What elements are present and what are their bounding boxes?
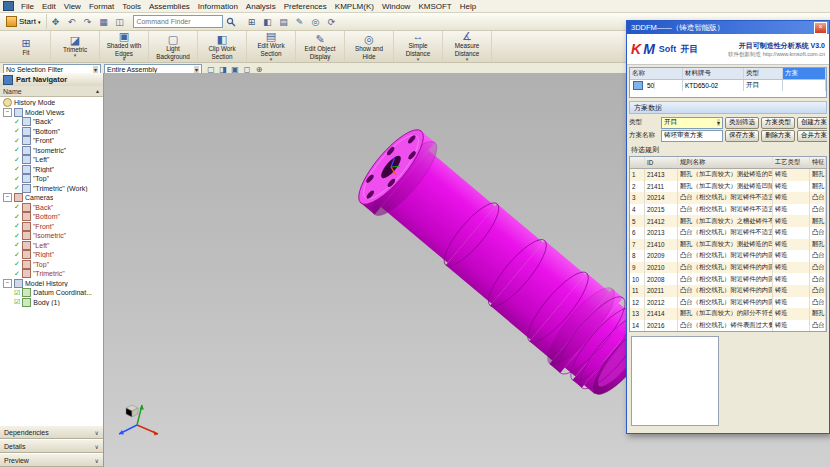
save-scheme-button[interactable]: 保存方案 [725,130,759,142]
rule-row[interactable]: 8 20209 凸台（相交线孔）附近铸件的内圆角过小 铸造 凸台 [630,250,826,262]
menu-item[interactable]: Window [378,2,414,11]
collapsed-panel-bar[interactable]: Dependencies ∨ [0,425,103,439]
close-icon[interactable]: × [814,22,827,34]
menu-item[interactable]: Format [85,2,118,11]
toolbar-button[interactable]: ↔ Simple Distance ▾ [394,31,443,62]
menu-item[interactable]: KMPLM(K) [331,2,378,11]
toolbar-button[interactable]: ⊞ Fit [2,31,51,62]
menu-item[interactable]: Analysis [242,2,280,11]
rule-row[interactable]: 12 20212 凸台（相交线孔）附近铸件的内圆角过小 铸造 凸台 [630,297,826,309]
toolbar-button[interactable]: ∡ Measure Distance ▾ [443,31,492,62]
wcs-triad[interactable] [119,405,158,436]
toolbar-button[interactable]: ✎ Edit Object Display [296,31,345,62]
rule-row[interactable]: 9 20210 凸台（相交线孔）附近铸件的内圆角过小 铸造 凸台 [630,262,826,274]
toolbar-icon[interactable]: ↶ [64,15,78,28]
col-rule-process[interactable]: 工艺类型 [773,157,810,168]
camera-item[interactable]: ✓ "Back" [0,203,103,213]
magenta-part[interactable] [348,120,664,407]
camera-item[interactable]: ✓ "Front" [0,222,103,232]
rule-row[interactable]: 14 20216 凸台（相交线孔）铸件表面过大要素 铸造 凸台 [630,320,826,332]
tree-column-header[interactable]: Name ▲ [0,86,103,97]
history-mode-node[interactable]: History Mode [0,98,103,108]
start-button[interactable]: Start ▾ [0,14,47,29]
menu-item[interactable]: Edit [38,2,60,11]
model-view-item[interactable]: ✓ "Back" [0,117,103,127]
merge-scheme-button[interactable]: 合并方案 [797,130,827,142]
search-icon[interactable] [224,15,237,28]
menu-item[interactable]: Information [194,2,242,11]
col-name[interactable]: 名称 [630,68,683,79]
col-scheme[interactable]: 方案 [783,68,826,79]
toolbar-button[interactable]: ◧ Clip Work Section [198,31,247,62]
collapsed-panel-bar[interactable]: Details ∨ [0,439,103,453]
kmsoft-panel-titlebar[interactable]: 3DDFM——（铸造智能版） × [627,21,829,34]
model-view-item[interactable]: ✓ "Trimetric" (Work) [0,184,103,194]
camera-item[interactable]: ✓ "Left" [0,241,103,251]
toolbar-button[interactable]: ◪ Trimetric ▾ [51,31,100,62]
col-material[interactable]: 材料牌号 [683,68,744,79]
model-view-item[interactable]: ✓ "Right" [0,165,103,175]
menu-item[interactable]: Preferences [280,2,331,11]
rule-row[interactable]: 13 21414 翻孔（加工面较大）的部分不符合铸造… 铸造 翻孔 [630,308,826,320]
col-rule-id[interactable]: ID [645,157,678,168]
model-history-item[interactable]: ☑ Body (1) [0,298,103,308]
model-view-item[interactable]: ✓ "Isometric" [0,146,103,156]
create-scheme-button[interactable]: 创建方案 [797,117,827,129]
model-view-item[interactable]: ✓ "Left" [0,155,103,165]
camera-item[interactable]: ✓ "Bottom" [0,212,103,222]
toolbar-icon[interactable]: ◧ [260,15,274,28]
rule-row[interactable]: 6 20213 凸台（相交线孔）附近铸件不适宜的结构 铸造 凸台 [630,227,826,239]
model-view-item[interactable]: ✓ "Front" [0,136,103,146]
toolbar-button[interactable]: ◎ Show and Hide [345,31,394,62]
menu-item[interactable]: Help [456,2,480,11]
camera-item[interactable]: ✓ "Isometric" [0,231,103,241]
scheme-name-input[interactable] [661,130,723,142]
cameras-node[interactable]: − Cameras [0,193,103,203]
collapsed-panel-bar[interactable]: Preview ∨ [0,453,103,467]
col-rule-feature[interactable]: 特征 [810,157,826,168]
menu-item[interactable]: File [17,2,38,11]
menu-item[interactable]: Assemblies [145,2,194,11]
menu-item[interactable]: View [60,2,85,11]
toolbar-icon[interactable]: ▤ [276,15,290,28]
model-views-node[interactable]: − Model Views [0,108,103,118]
model-history-node[interactable]: − Model History [0,279,103,289]
checkbox-icon[interactable]: ☑ [14,289,20,297]
rule-row[interactable]: 3 20214 凸台（相交线孔）附近铸件不适宜的结构 铸造 凸台 [630,192,826,204]
toolbar-icon[interactable]: ✥ [48,15,62,28]
menu-item[interactable]: Tools [118,2,145,11]
datum-cube[interactable] [126,405,138,417]
toolbar-icon[interactable]: ↷ [80,15,94,28]
toolbar-button[interactable]: ▤ Edit Work Section ▾ [247,31,296,62]
delete-scheme-button[interactable]: 删除方案 [761,130,795,142]
camera-item[interactable]: ✓ "Top" [0,260,103,270]
rule-row[interactable]: 10 20208 凸台（相交线孔）附近铸件的内圆角过小 铸造 凸台 [630,273,826,285]
camera-item[interactable]: ✓ "Trimetric" [0,269,103,279]
rule-row[interactable]: 7 21410 翻孔（加工面较大）测处铸造的凹陷… 铸造 翻孔 [630,239,826,251]
collapse-icon[interactable]: − [3,108,12,117]
scheme-type-button[interactable]: 方案类型 [761,117,795,129]
rule-row[interactable]: 1 21413 翻孔（加工面较大）测处铸造的凹陷不适… 铸造 翻孔 [630,169,826,181]
col-rule-index[interactable] [630,157,645,168]
toolbar-icon[interactable]: ⊞ [244,15,258,28]
rule-row[interactable]: 11 20211 凸台（相交线孔）附近铸件的内圆角过小 铸造 凸台 [630,285,826,297]
toolbar-button[interactable]: ▢ Light Background [149,31,198,62]
collapse-icon[interactable]: − [3,279,12,288]
model-view-item[interactable]: ✓ "Top" [0,174,103,184]
collapse-icon[interactable]: − [3,193,12,202]
toolbar-button[interactable]: ▣ Shaded with Edges ▾ [100,31,149,62]
rule-row[interactable]: 5 21412 翻孔（加工面较大）之槽处铸件不适宜… 铸造 翻孔 [630,215,826,227]
command-finder-input[interactable] [133,15,223,28]
type-dropdown[interactable]: 开目 ▾ [661,117,723,129]
col-type[interactable]: 类型 [744,68,783,79]
col-rule-name[interactable]: 规则名称 [678,157,773,168]
toolbar-icon[interactable]: ◎ [308,15,322,28]
toolbar-icon[interactable]: ◫ [112,15,126,28]
checkbox-icon[interactable]: ☑ [14,298,20,306]
model-view-item[interactable]: ✓ "Bottom" [0,127,103,137]
toolbar-icon[interactable]: ✎ [292,15,306,28]
rule-row[interactable]: 4 20215 凸台（相交线孔）附近铸件不适宜的结构 铸造 凸台 [630,204,826,216]
toolbar-icon[interactable]: ⟳ [324,15,338,28]
category-filter-button[interactable]: 类别筛选 [725,117,759,129]
rule-row[interactable]: 2 21411 翻孔（加工面较大）测处铸造凹陷不适… 铸造 翻孔 [630,181,826,193]
